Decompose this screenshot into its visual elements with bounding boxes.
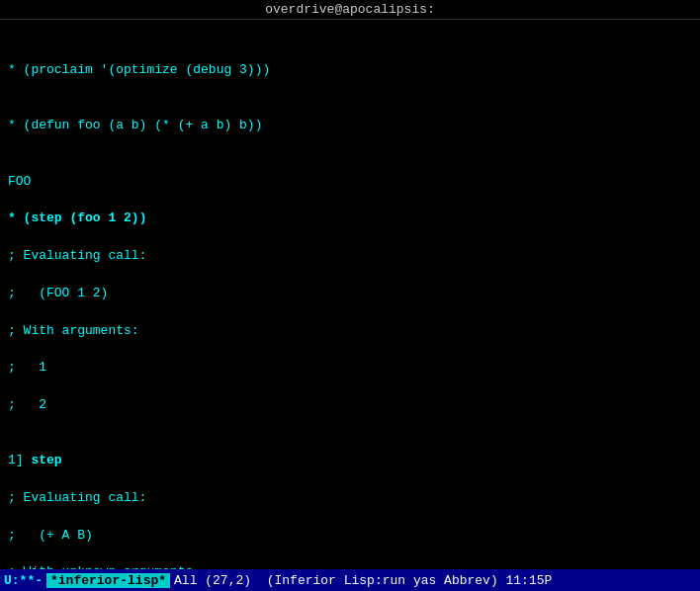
terminal-line: 1] step	[8, 452, 692, 470]
title-bar: overdrive@apocalipsis:	[0, 0, 700, 20]
terminal-line: FOO	[8, 173, 692, 192]
terminal-line: ; With arguments:	[8, 322, 692, 341]
terminal-window: overdrive@apocalipsis: * (proclaim '(opt…	[0, 0, 700, 591]
terminal-line: ; 2	[8, 396, 692, 415]
status-buffer: *inferior-lisp*	[46, 573, 170, 588]
terminal-line: ; 1	[8, 359, 692, 378]
terminal-line: ; (+ A B)	[8, 527, 692, 546]
status-extra: (Inferior Lisp:run yas Abbrev) 11:15P	[251, 573, 552, 588]
title-text: overdrive@apocalipsis:	[265, 2, 435, 17]
terminal-line: * (proclaim '(optimize (debug 3)))	[8, 61, 692, 80]
status-mode: U:**-	[4, 573, 43, 588]
terminal-line: ; Evaluating call:	[8, 247, 692, 266]
status-bar: U:**- *inferior-lisp* All (27,2) (Inferi…	[0, 569, 700, 591]
status-position: All (27,2)	[174, 573, 251, 588]
terminal-line: * (defun foo (a b) (* (+ a b) b))	[8, 117, 692, 135]
terminal-line: ; Evaluating call:	[8, 489, 692, 508]
terminal-line: ; (FOO 1 2)	[8, 285, 692, 303]
terminal-line: * (step (foo 1 2))	[8, 210, 692, 228]
terminal-content[interactable]: * (proclaim '(optimize (debug 3))) * (de…	[0, 20, 700, 569]
